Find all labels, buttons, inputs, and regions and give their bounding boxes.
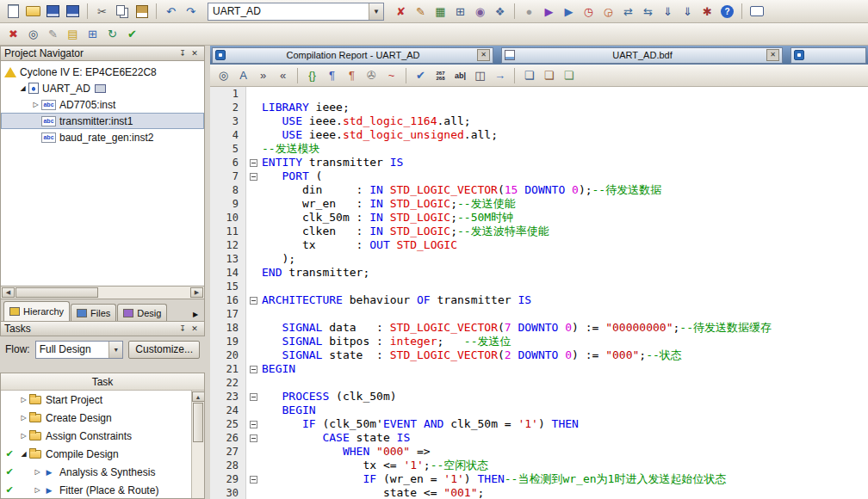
stop-icon[interactable]: ● bbox=[520, 3, 538, 20]
code-line[interactable]: 24 BEGIN bbox=[210, 404, 868, 417]
scroll-up-icon[interactable]: ▲ bbox=[192, 391, 205, 402]
code-line[interactable]: 3 USE ieee.std_logic_1164.all; bbox=[210, 114, 868, 128]
goto-icon[interactable]: → bbox=[491, 67, 509, 84]
save-icon[interactable] bbox=[44, 3, 62, 20]
split-view-icon[interactable]: ◫ bbox=[471, 67, 489, 84]
code-line[interactable]: 16ARCHITECTURE behaviour OF transmitter … bbox=[210, 293, 868, 307]
fold-toggle-icon[interactable] bbox=[250, 159, 257, 167]
tree-item[interactable]: ◢UART_AD bbox=[1, 80, 204, 96]
code-line[interactable]: 14END transmitter; bbox=[210, 266, 868, 280]
tree-item[interactable]: abcbaud_rate_gen:inst2 bbox=[1, 129, 204, 145]
code-line[interactable]: 27 WHEN "000" => bbox=[210, 445, 868, 459]
tab-files[interactable]: Files bbox=[71, 304, 116, 321]
copy-icon[interactable] bbox=[113, 3, 131, 20]
task-row[interactable]: ✔▷▶Analysis & Synthesis bbox=[1, 463, 191, 481]
expand-icon[interactable]: ▷ bbox=[18, 396, 29, 404]
code-line[interactable]: 11 clken : IN STD_LOGIC;--发送波特率使能 bbox=[210, 225, 868, 238]
system-builder-icon[interactable]: ✱ bbox=[698, 3, 716, 20]
code-line[interactable]: 5--发送模块 bbox=[210, 142, 868, 156]
code-line[interactable]: 12 tx : OUT STD_LOGIC bbox=[210, 238, 868, 252]
expand-icon[interactable]: ▷ bbox=[30, 101, 41, 108]
code-line[interactable]: 17 bbox=[210, 307, 868, 321]
save-project-icon[interactable] bbox=[64, 3, 82, 20]
netlist-viewer-icon[interactable]: ⊞ bbox=[451, 3, 469, 20]
search-icon[interactable]: ◎ bbox=[24, 26, 42, 43]
fold-toggle-icon[interactable] bbox=[250, 434, 257, 442]
doc-window-icon[interactable]: ❏ bbox=[560, 67, 578, 84]
syntax-check-icon[interactable]: ✔ bbox=[123, 26, 141, 43]
task-row[interactable]: ▷Start Project bbox=[1, 391, 191, 409]
task-column-header[interactable]: Task bbox=[1, 373, 204, 391]
notes-icon[interactable]: ▤ bbox=[64, 26, 82, 43]
close-icon[interactable]: ✕ bbox=[477, 49, 490, 61]
redo-icon[interactable]: ↷ bbox=[182, 3, 200, 20]
customize-button[interactable]: Customize... bbox=[128, 341, 200, 359]
tree-item[interactable]: Cyclone IV E: EP4CE6E22C8 bbox=[1, 64, 204, 80]
project-dropdown[interactable]: UART_AD ▼ bbox=[208, 3, 384, 21]
paste-icon[interactable] bbox=[133, 3, 151, 20]
tree-item[interactable]: abctransmitter:inst1 bbox=[1, 113, 204, 129]
programmer-icon[interactable]: ⇓ bbox=[659, 3, 677, 20]
match-brace-icon[interactable]: {} bbox=[303, 67, 321, 84]
plan-window-icon[interactable]: ❏ bbox=[540, 67, 558, 84]
pin-planner-icon[interactable]: ▦ bbox=[431, 3, 450, 20]
flow-dropdown[interactable]: Full Design ▼ bbox=[35, 341, 124, 359]
code-line[interactable]: 9 wr_en : IN STD_LOGIC;--发送使能 bbox=[210, 197, 868, 211]
code-line[interactable]: 2LIBRARY ieee; bbox=[210, 101, 868, 114]
find-icon[interactable]: ◎ bbox=[214, 67, 232, 84]
chip-planner-icon[interactable]: ❖ bbox=[491, 3, 509, 20]
task-row[interactable]: ✔▷▶Fitter (Place & Route) bbox=[1, 481, 191, 498]
pin-icon[interactable]: ↧ bbox=[177, 323, 189, 335]
expand-icon[interactable]: ▷ bbox=[18, 432, 29, 440]
expand-icon[interactable]: ▷ bbox=[18, 414, 29, 422]
code-line[interactable]: 4 USE ieee.std_logic_unsigned.all; bbox=[210, 128, 868, 142]
document-tab-partial[interactable] bbox=[790, 47, 866, 64]
window-icon[interactable]: ⊞ bbox=[84, 26, 102, 43]
spell-check-icon[interactable]: ✔ bbox=[412, 67, 430, 84]
code-editor[interactable]: 12LIBRARY ieee;3 USE ieee.std_logic_1164… bbox=[210, 87, 868, 499]
assignment-editor-icon[interactable]: ✎ bbox=[412, 3, 430, 20]
signaltap-icon[interactable]: ⇓ bbox=[679, 3, 697, 20]
help-icon[interactable]: ? bbox=[721, 5, 734, 18]
code-line[interactable]: 25 IF (clk_50m'EVENT AND clk_50m = '1') … bbox=[210, 417, 868, 431]
timequest-icon[interactable]: ◷ bbox=[580, 3, 598, 20]
code-line[interactable]: 19 SIGNAL bitpos : integer; --发送位 bbox=[210, 335, 868, 348]
paperclip-icon[interactable]: ✇ bbox=[363, 67, 381, 84]
code-line[interactable]: 30 state <= "001"; bbox=[210, 486, 868, 499]
code-line[interactable]: 26 CASE state IS bbox=[210, 431, 868, 445]
messages-icon[interactable] bbox=[747, 3, 766, 20]
code-line[interactable]: 10 clk_50m : IN STD_LOGIC;--50M时钟 bbox=[210, 211, 868, 225]
close-icon[interactable]: ✕ bbox=[189, 323, 201, 335]
code-line[interactable]: 6ENTITY transmitter IS bbox=[210, 156, 868, 169]
comment-icon[interactable]: ~ bbox=[382, 67, 400, 84]
cut-icon[interactable]: ✂ bbox=[93, 3, 111, 20]
code-line[interactable]: 20 SIGNAL state : STD_LOGIC_VECTOR(2 DOW… bbox=[210, 348, 868, 362]
tasks-vscrollbar[interactable]: ▲ bbox=[191, 391, 204, 498]
code-line[interactable]: 22 bbox=[210, 376, 868, 390]
scrollbar-thumb[interactable] bbox=[193, 403, 203, 442]
document-tab[interactable]: Compilation Report - UART_AD✕ bbox=[212, 47, 493, 64]
fold-toggle-icon[interactable] bbox=[250, 297, 257, 305]
code-line[interactable]: 28 tx <= '1';--空闲状态 bbox=[210, 459, 868, 472]
tree-hscrollbar[interactable]: ◀ ▶ bbox=[0, 286, 205, 299]
fold-toggle-icon[interactable] bbox=[250, 366, 257, 373]
open-file-icon[interactable] bbox=[24, 3, 42, 20]
report-window-icon[interactable]: ❏ bbox=[520, 67, 538, 84]
simulation-icon[interactable]: ⇆ bbox=[639, 3, 657, 20]
find-next-icon[interactable]: A bbox=[234, 67, 252, 84]
prev-mark-icon[interactable]: ¶ bbox=[343, 67, 361, 84]
scrollbar-thumb[interactable] bbox=[16, 287, 98, 298]
tab-overflow-icon[interactable]: ▶ bbox=[189, 307, 202, 321]
chevron-down-icon[interactable]: ▼ bbox=[369, 3, 383, 20]
chevron-down-icon[interactable]: ▼ bbox=[108, 342, 122, 358]
pin-icon[interactable]: ↧ bbox=[177, 48, 189, 59]
powerplay-icon[interactable]: ◶ bbox=[599, 3, 617, 20]
code-line[interactable]: 29 IF (wr_en = '1') THEN--当检测到wr_en为1时进入… bbox=[210, 472, 868, 486]
scroll-left-icon[interactable]: ◀ bbox=[2, 287, 15, 298]
code-line[interactable]: 21BEGIN bbox=[210, 362, 868, 376]
code-line[interactable]: 8 din : IN STD_LOGIC_VECTOR(15 DOWNTO 0)… bbox=[210, 183, 868, 197]
indent-decrease-icon[interactable]: « bbox=[274, 67, 292, 84]
word-wrap-icon[interactable]: ab| bbox=[451, 67, 469, 84]
collapse-icon[interactable]: ◢ bbox=[18, 450, 29, 458]
state-machine-viewer-icon[interactable]: ◉ bbox=[471, 3, 489, 20]
